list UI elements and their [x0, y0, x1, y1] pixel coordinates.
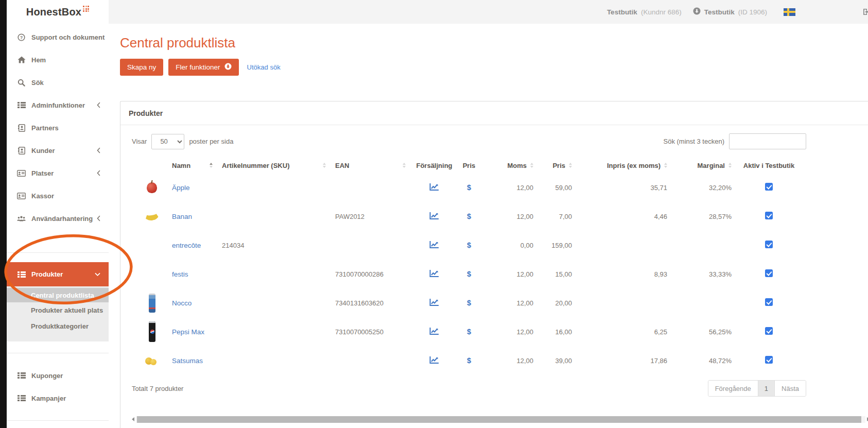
horizontal-scrollbar[interactable]: [132, 416, 868, 423]
pagination-previous[interactable]: Föregående: [708, 381, 758, 396]
column-inpris[interactable]: Inpris (ex moms): [572, 158, 667, 173]
sidebar-item-kampanjer[interactable]: Kampanjer: [7, 387, 109, 409]
dollar-icon[interactable]: $: [467, 328, 471, 336]
brand-logo[interactable]: HonestBox: [7, 0, 109, 24]
product-image-none: [132, 231, 172, 260]
sidebar-item-kassor[interactable]: Kassor: [7, 184, 109, 207]
dollar-icon[interactable]: $: [467, 356, 471, 365]
product-name-link[interactable]: Banan: [172, 213, 192, 220]
dollar-icon[interactable]: $: [467, 212, 471, 220]
active-checkbox[interactable]: [765, 212, 773, 219]
produkter-submenu: Central produktlista Produkter aktuell p…: [7, 286, 109, 341]
sidebar-item-produkter[interactable]: Produkter: [7, 262, 109, 286]
action-bar: Skapa ny Fler funktioner Utökad sök: [120, 59, 868, 76]
scrollbar-thumb[interactable]: [137, 416, 861, 423]
table-footer: Totalt 7 produkter Föregående 1 Nästa: [132, 380, 806, 397]
active-checkbox[interactable]: [765, 269, 773, 277]
list-icon: [17, 395, 26, 402]
search-input[interactable]: [729, 133, 806, 149]
column-ean[interactable]: EAN: [335, 158, 415, 173]
sidebar-item-partners[interactable]: Partners: [7, 116, 109, 139]
sort-icon[interactable]: [403, 163, 406, 168]
main-area: Testbutik (Kundnr 686) Testbutik (ID 190…: [109, 0, 868, 428]
home-icon: [17, 56, 26, 63]
sku-cell: [222, 202, 335, 231]
submenu-item-central-produktlista[interactable]: Central produktlista: [7, 288, 109, 302]
pagination-page-1[interactable]: 1: [758, 381, 775, 396]
sort-icon[interactable]: [323, 163, 326, 168]
column-label: Försäljning: [416, 162, 452, 169]
inpris-cell: 17,86: [572, 346, 667, 375]
product-name-link[interactable]: Satsumas: [172, 357, 203, 365]
sidebar-nav: ? Support och dokument Hem Sök: [7, 26, 109, 230]
sidebar-item-adminfunktioner[interactable]: Adminfunktioner: [7, 94, 109, 116]
active-checkbox[interactable]: [765, 241, 773, 248]
extended-search-link[interactable]: Utökad sök: [247, 63, 281, 71]
sort-icon[interactable]: [210, 163, 213, 168]
sidebar-item-label: Hem: [31, 56, 46, 64]
active-checkbox[interactable]: [765, 356, 773, 364]
sidebar-item-sok[interactable]: Sök: [7, 71, 109, 94]
pagination-next[interactable]: Nästa: [775, 381, 806, 396]
column-pris[interactable]: Pris: [533, 158, 572, 173]
line-chart-icon[interactable]: [429, 183, 439, 191]
dollar-icon[interactable]: $: [467, 270, 471, 278]
sidebar-item-hem[interactable]: Hem: [7, 48, 109, 71]
topbar-customer[interactable]: Testbutik (Kundnr 686): [607, 8, 682, 16]
search-icon: [17, 79, 26, 87]
column-label: Moms: [507, 162, 527, 169]
active-checkbox[interactable]: [765, 183, 773, 191]
sidebar-produkter-section: Produkter: [7, 262, 109, 286]
topbar: Testbutik (Kundnr 686) Testbutik (ID 190…: [109, 0, 868, 24]
active-checkbox[interactable]: [765, 298, 773, 306]
line-chart-icon[interactable]: [429, 241, 439, 249]
column-marginal[interactable]: Marginal: [667, 158, 732, 173]
sidebar-item-support[interactable]: ? Support och dokument: [7, 26, 109, 48]
more-functions-button[interactable]: Fler funktioner: [168, 59, 238, 76]
product-name-link[interactable]: Nocco: [172, 299, 192, 307]
sidebar-item-kunder[interactable]: Kunder: [7, 139, 109, 162]
product-name-link[interactable]: Pepsi Max: [172, 328, 204, 336]
moms-cell: 12,00: [484, 346, 533, 375]
sidebar-item-platser[interactable]: Platser: [7, 162, 109, 184]
sku-cell: 214034: [222, 231, 335, 260]
sidebar-item-anvandarhantering[interactable]: Användarhantering: [7, 207, 109, 230]
table-row: Satsumas $ 12,00 39,00 17,86 48,72%: [132, 346, 806, 375]
column-namn[interactable]: Namn: [172, 158, 222, 173]
inpris-cell: 8,93: [572, 260, 667, 288]
column-moms[interactable]: Moms: [484, 158, 533, 173]
scrollbar-track[interactable]: [136, 416, 865, 423]
arrow-circle-down-icon: [693, 7, 701, 16]
topbar-store[interactable]: Testbutik (ID 1906): [693, 7, 767, 16]
active-checkbox[interactable]: [765, 327, 773, 335]
marginal-cell: 48,72%: [667, 346, 732, 375]
marginal-cell: 33,33%: [667, 260, 732, 288]
line-chart-icon[interactable]: [429, 356, 439, 364]
submenu-item-produktkategorier[interactable]: Produktkategorier: [7, 318, 109, 334]
page-size-select[interactable]: 50: [151, 134, 184, 149]
sidebar-item-kuponger[interactable]: Kuponger: [7, 364, 109, 387]
line-chart-icon[interactable]: [429, 327, 439, 335]
sidebar-item-label: Kuponger: [31, 372, 63, 380]
column-sku[interactable]: Artikelnummer (SKU): [222, 158, 335, 173]
line-chart-icon[interactable]: [429, 212, 439, 220]
product-name-link[interactable]: Äpple: [172, 184, 190, 192]
dollar-icon[interactable]: $: [467, 299, 471, 307]
product-name-link[interactable]: festis: [172, 270, 188, 278]
line-chart-icon[interactable]: [429, 269, 439, 278]
swedish-flag-icon[interactable]: [784, 8, 795, 16]
marginal-cell: 56,25%: [667, 317, 732, 346]
more-functions-label: Fler funktioner: [176, 63, 220, 71]
line-chart-icon[interactable]: [429, 298, 439, 306]
dollar-icon[interactable]: $: [467, 183, 471, 192]
product-name-link[interactable]: entrecôte: [172, 242, 201, 249]
create-new-button[interactable]: Skapa ny: [120, 59, 163, 76]
ean-cell: [335, 346, 415, 375]
moms-cell: 12,00: [484, 202, 533, 231]
column-aktiv: Aktiv i Testbutik: [732, 158, 806, 173]
sign-out-icon[interactable]: [863, 8, 868, 16]
scroll-left-arrow-icon[interactable]: [132, 417, 134, 421]
submenu-item-produkter-aktuell-plats[interactable]: Produkter aktuell plats: [7, 302, 109, 318]
dollar-icon[interactable]: $: [467, 241, 471, 249]
search-label: Sök (minst 3 tecken): [664, 138, 725, 145]
